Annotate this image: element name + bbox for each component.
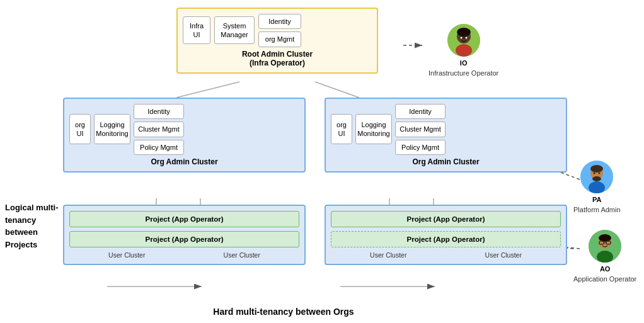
user-cluster-label-left-2: User Cluster <box>224 251 260 259</box>
logging-monitoring-left: Logging Monitoring <box>94 114 130 144</box>
org-ui-right: org UI <box>331 114 352 144</box>
svg-point-15 <box>457 28 471 37</box>
system-manager-box: System Manager <box>214 16 255 44</box>
user-cluster-group-right: Project (App Operator) Project (App Oper… <box>325 205 567 265</box>
bottom-label: Hard multi-tenancy between Orgs <box>0 307 567 317</box>
org-cluster-label-right: Org Admin Cluster <box>331 157 561 166</box>
logging-monitoring-right: Logging Monitoring <box>355 114 392 144</box>
ao-persona: AO Application Operator <box>573 230 636 283</box>
pa-persona: PA Platform Admin <box>573 161 621 213</box>
io-label: Infrastructure Operator <box>428 69 498 77</box>
svg-line-7 <box>315 82 359 98</box>
root-admin-cluster: Infra UI System Manager Identity org Mgm… <box>176 8 378 74</box>
svg-point-29 <box>599 234 611 242</box>
user-cluster-label-left-1: User Cluster <box>108 251 145 259</box>
org-mgmt-box-root: org Mgmt <box>258 31 301 47</box>
user-clusters-row: Project (App Operator) Project (App Oper… <box>63 205 567 265</box>
org-ui-left: org UI <box>69 114 91 144</box>
policy-mgmt-right: Policy Mgmt <box>395 140 446 155</box>
svg-point-22 <box>590 165 603 173</box>
svg-point-23 <box>592 176 601 181</box>
ao-label: Application Operator <box>573 275 636 283</box>
io-persona: IO Infrastructure Operator <box>428 24 498 77</box>
svg-point-19 <box>465 37 467 39</box>
cluster-mgmt-left: Cluster Mgmt <box>134 122 184 137</box>
io-title: IO <box>460 59 468 67</box>
org-cluster-label-left: Org Admin Cluster <box>69 157 299 166</box>
ao-avatar <box>589 230 621 263</box>
identity-box-root: Identity <box>258 14 301 29</box>
user-cluster-label-right-2: User Cluster <box>485 251 522 259</box>
root-cluster-label: Root Admin Cluster (Infra Operator) <box>183 50 372 67</box>
ao-title: AO <box>600 265 611 273</box>
svg-line-6 <box>176 82 239 98</box>
svg-point-26 <box>599 173 601 174</box>
policy-mgmt-left: Policy Mgmt <box>134 140 184 155</box>
pa-label: Platform Admin <box>573 206 621 213</box>
identity-left: Identity <box>134 104 184 119</box>
svg-point-18 <box>460 37 462 39</box>
project-box-right-2: Project (App Operator) <box>331 231 561 247</box>
org-cluster-left: org UI Logging Monitoring Identity Clust… <box>63 98 306 173</box>
io-avatar <box>447 24 480 57</box>
svg-point-25 <box>594 173 595 174</box>
svg-point-16 <box>456 44 472 57</box>
org-cluster-right: org UI Logging Monitoring Identity Clust… <box>325 98 567 173</box>
identity-right: Identity <box>395 104 446 119</box>
pa-title: PA <box>592 196 601 203</box>
project-box-left-1: Project (App Operator) <box>69 211 299 227</box>
pa-avatar <box>580 161 613 193</box>
org-clusters-row: org UI Logging Monitoring Identity Clust… <box>63 98 567 173</box>
user-cluster-group-left: Project (App Operator) Project (App Oper… <box>63 205 306 265</box>
left-label: Logical multi-tenancy between Projects <box>5 201 62 251</box>
user-cluster-label-right-1: User Cluster <box>370 251 406 259</box>
project-box-left-2: Project (App Operator) <box>69 231 299 247</box>
infra-ui-box: Infra UI <box>183 16 210 44</box>
cluster-mgmt-right: Cluster Mgmt <box>395 122 446 137</box>
project-box-right-1: Project (App Operator) <box>331 211 561 227</box>
